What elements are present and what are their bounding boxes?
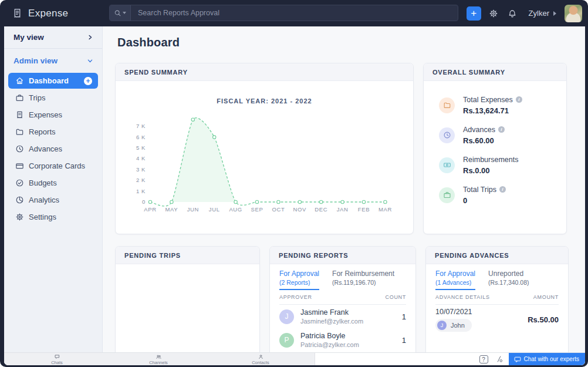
- chat-icon: [55, 354, 60, 359]
- chat-button-label: Chat with our experts: [524, 356, 580, 362]
- card-title: PENDING ADVANCES: [426, 247, 568, 264]
- bottom-bar: Chats Channels Contacts ? Chat with our …: [4, 352, 585, 365]
- org-switcher[interactable]: Zylker: [529, 9, 556, 18]
- check-circle-icon: [15, 179, 24, 187]
- my-view-toggle[interactable]: My view: [4, 26, 102, 48]
- card-title: OVERALL SUMMARY: [424, 63, 566, 81]
- svg-text:6 K: 6 K: [136, 134, 146, 140]
- avatar: J: [437, 321, 447, 330]
- sidebar-item-advances[interactable]: Advances: [4, 140, 102, 157]
- user-avatar[interactable]: [565, 5, 582, 22]
- overall-summary-card: OVERALL SUMMARY Total Expensesi Rs.13,62…: [423, 63, 567, 234]
- dock-chats[interactable]: Chats: [44, 354, 70, 365]
- avatar: J: [279, 309, 294, 324]
- keyboard-shortcuts-icon[interactable]: [495, 355, 503, 363]
- search-bar[interactable]: [109, 5, 458, 21]
- people-icon: [156, 354, 161, 359]
- search-scope-dropdown[interactable]: [110, 5, 131, 21]
- summary-label: Total Expenses: [463, 96, 513, 104]
- my-view-label: My view: [13, 33, 44, 42]
- approver-email: Patricia@zylker.com: [300, 341, 359, 348]
- dock-contacts[interactable]: Contacts: [248, 354, 273, 365]
- chat-icon: [514, 356, 521, 363]
- column-header: COUNT: [386, 294, 407, 300]
- svg-text:5 K: 5 K: [136, 144, 146, 151]
- svg-text:MAY: MAY: [165, 206, 178, 213]
- pending-trips-card: PENDING TRIPS: [115, 246, 260, 352]
- notifications-bell-icon[interactable]: [508, 9, 517, 18]
- caret-right-icon: [553, 11, 556, 16]
- svg-text:4 K: 4 K: [136, 155, 146, 161]
- svg-text:7 K: 7 K: [136, 123, 146, 129]
- summary-value: Rs.0.00: [463, 166, 518, 175]
- chat-dock: Chats Channels Contacts: [4, 353, 315, 365]
- spend-chart: 01 K2 K3 K4 K5 K6 K7 KAPRMAYJUNJULAUGSEP…: [116, 81, 413, 234]
- search-input[interactable]: [131, 9, 458, 17]
- card-title: PENDING REPORTS: [270, 247, 415, 264]
- summary-item-reimbursements: Reimbursements Rs.0.00: [424, 150, 566, 180]
- card-title: PENDING TRIPS: [116, 247, 259, 264]
- info-icon[interactable]: i: [516, 96, 522, 103]
- avatar: P: [279, 333, 294, 348]
- svg-text:1 K: 1 K: [136, 188, 146, 194]
- sidebar-item-dashboard[interactable]: Dashboard +: [8, 73, 98, 89]
- help-icon[interactable]: ?: [479, 355, 488, 363]
- search-icon: [114, 9, 121, 17]
- column-header: ADVANCE DETAILS: [435, 294, 490, 300]
- chevron-down-icon: [87, 58, 93, 64]
- card-title: SPEND SUMMARY: [116, 63, 413, 81]
- page-title: Dashboard: [117, 36, 567, 49]
- requester-name: John: [451, 322, 465, 329]
- sidebar-item-expenses[interactable]: Expenses: [4, 106, 102, 123]
- info-icon[interactable]: i: [498, 126, 505, 133]
- svg-text:2 K: 2 K: [136, 177, 146, 183]
- person-icon: [258, 354, 263, 359]
- expense-logo-icon: [12, 8, 23, 19]
- approver-row[interactable]: P Patricia Boyle Patricia@zylker.com 1: [279, 328, 406, 352]
- sidebar-item-budgets[interactable]: Budgets: [4, 174, 102, 191]
- admin-view-toggle[interactable]: Admin view: [4, 49, 102, 72]
- chevron-right-icon: [87, 34, 93, 41]
- advance-row[interactable]: 10/07/2021 J John Rs.50.00: [435, 305, 559, 335]
- sidebar-item-settings[interactable]: Settings: [4, 208, 102, 225]
- info-icon[interactable]: i: [499, 186, 506, 193]
- svg-text:JUN: JUN: [187, 206, 199, 213]
- summary-item-advances: Advancesi Rs.60.00: [424, 120, 566, 150]
- report-count: 1: [402, 312, 406, 321]
- summary-item-total-expenses: Total Expensesi Rs.13,624.71: [424, 90, 566, 120]
- svg-text:APR: APR: [144, 206, 156, 213]
- summary-value: Rs.13,624.71: [463, 106, 522, 115]
- tab-unreported[interactable]: Unreported (Rs.17,340.08): [488, 270, 529, 290]
- topbar: Expense + Zylker: [0, 0, 588, 26]
- settings-icon[interactable]: [489, 9, 498, 18]
- svg-text:JUL: JUL: [209, 206, 220, 213]
- tab-for-approval[interactable]: For Approval (2 Reports): [279, 270, 319, 290]
- report-count: 1: [402, 336, 406, 345]
- receipt-icon: [15, 110, 24, 119]
- approver-row[interactable]: J Jasmine Frank Jasminef@zylker.com 1: [279, 305, 406, 328]
- summary-label: Reimbursements: [463, 156, 518, 164]
- svg-text:0: 0: [142, 198, 146, 205]
- sidebar-nav: Dashboard + Trips Expenses Reports Advan…: [4, 73, 102, 225]
- add-widget-icon[interactable]: +: [84, 77, 92, 85]
- org-name: Zylker: [529, 9, 549, 18]
- chat-with-experts-button[interactable]: Chat with our experts: [509, 353, 586, 366]
- pending-reports-card: PENDING REPORTS For Approval (2 Reports)…: [269, 246, 416, 352]
- sidebar-item-corporate-cards[interactable]: Corporate Cards: [4, 157, 102, 174]
- summary-item-total-trips: Total Tripsi 0: [424, 180, 566, 210]
- sidebar-item-analytics[interactable]: Analytics: [4, 191, 102, 208]
- gear-icon: [15, 213, 24, 221]
- pending-advances-card: PENDING ADVANCES For Approval (1 Advance…: [425, 246, 569, 352]
- caret-down-icon: [123, 12, 126, 14]
- dock-channels[interactable]: Channels: [146, 354, 171, 365]
- sidebar-item-reports[interactable]: Reports: [4, 123, 102, 140]
- column-header: APPROVER: [279, 294, 312, 300]
- clock-icon: [15, 144, 24, 153]
- quick-add-button[interactable]: +: [467, 6, 481, 21]
- svg-text:DEC: DEC: [315, 206, 327, 213]
- sidebar-item-trips[interactable]: Trips: [4, 89, 102, 106]
- cash-icon: [439, 157, 455, 173]
- tab-for-reimbursement[interactable]: For Reimbursement (Rs.119,196.70): [332, 270, 394, 290]
- tab-for-approval[interactable]: For Approval (1 Advances): [435, 270, 475, 290]
- pie-icon: [15, 196, 24, 204]
